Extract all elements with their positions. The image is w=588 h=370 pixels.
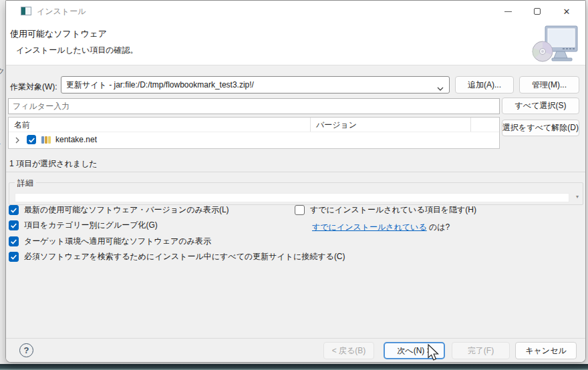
checkbox[interactable] xyxy=(9,205,19,215)
option-label[interactable]: 最新の使用可能なソフトウェア・バージョンのみ表示(L) xyxy=(24,204,229,216)
select-all-button[interactable]: すべて選択(S) xyxy=(502,98,579,114)
background-text-fragment: ク xyxy=(0,66,5,77)
details-label: 詳細 xyxy=(15,178,36,189)
add-button[interactable]: 追加(A)... xyxy=(455,76,514,94)
work-with-label: 作業対象(W): xyxy=(10,81,57,93)
cancel-button[interactable]: キャンセル xyxy=(515,342,577,359)
expand-chevron-icon[interactable] xyxy=(14,136,21,143)
close-icon: ✕ xyxy=(563,7,571,17)
install-dialog: インストール ✕ 使用可能なソフトウェア インストールしたい項目の確認。 xyxy=(5,0,586,363)
finish-button: 完了(F) xyxy=(452,342,510,359)
option-show-latest-versions[interactable]: 最新の使用可能なソフトウェア・バージョンのみ表示(L) xyxy=(9,204,229,216)
option-label[interactable]: ターゲット環境へ適用可能なソフトウェアのみ表示 xyxy=(24,236,211,247)
checkbox[interactable] xyxy=(9,220,19,230)
titlebar: インストール ✕ xyxy=(6,1,585,22)
deselect-all-button[interactable]: 選択をすべて解除(D) xyxy=(502,120,579,136)
row-checkbox[interactable] xyxy=(27,135,36,144)
link-suffix: のは? xyxy=(427,222,450,232)
page-subtitle: インストールしたい項目の確認。 xyxy=(16,45,138,56)
minimize-icon xyxy=(504,11,512,12)
wizard-header: 使用可能なソフトウェア インストールしたい項目の確認。 xyxy=(6,22,585,65)
category-icon xyxy=(41,136,51,144)
chevron-down-icon xyxy=(437,83,444,93)
option-group-by-category[interactable]: 項目をカテゴリー別にグループ化(G) xyxy=(9,220,158,231)
close-button[interactable]: ✕ xyxy=(552,1,581,22)
checkbox[interactable] xyxy=(295,205,305,215)
option-label[interactable]: 必須ソフトウェアを検索するためにインストール中にすべての更新サイトに接続する(C… xyxy=(24,251,345,262)
option-hide-installed[interactable]: すでにインストールされている項目を隠す(H) xyxy=(295,204,476,216)
table-header: 名前 バージョン xyxy=(9,118,499,132)
details-textarea[interactable] xyxy=(15,193,569,202)
page-title: 使用可能なソフトウェア xyxy=(10,28,107,40)
already-installed-link[interactable]: すでにインストールされている xyxy=(312,222,427,232)
scrollbar-arrow-icon[interactable]: ▾ xyxy=(576,194,579,200)
details-group: 詳細 ▾ xyxy=(9,182,583,205)
filter-input[interactable] xyxy=(8,98,500,114)
selection-status: 1 項目が選択されました xyxy=(9,158,98,170)
mouse-cursor xyxy=(428,344,440,363)
column-header-version[interactable]: バージョン xyxy=(311,118,471,132)
row-name: kentake.net xyxy=(55,135,97,144)
checkbox[interactable] xyxy=(9,252,19,262)
wizard-window-icon xyxy=(21,7,31,15)
separator xyxy=(6,172,585,172)
background-window-strip xyxy=(0,364,588,370)
option-label[interactable]: 項目をカテゴリー別にグループ化(G) xyxy=(24,220,158,231)
back-button: < 戻る(B) xyxy=(323,342,374,359)
option-filter-by-environment[interactable]: ターゲット環境へ適用可能なソフトウェアのみ表示 xyxy=(9,236,211,247)
help-button[interactable]: ? xyxy=(19,343,33,357)
update-site-combobox[interactable]: 更新サイト - jar:file:/D:/tmp/flowbookmark_te… xyxy=(61,76,450,94)
minimize-button[interactable] xyxy=(493,1,523,22)
install-banner-icon xyxy=(531,25,579,65)
footer-bar: ? < 戻る(B) 次へ(N) > 完了(F) キャンセル xyxy=(6,339,585,363)
checkbox[interactable] xyxy=(9,236,19,246)
maximize-button[interactable] xyxy=(523,1,552,22)
background-text-fragment: - xyxy=(0,139,1,148)
column-header-name[interactable]: 名前 xyxy=(9,118,311,132)
manage-button[interactable]: 管理(M)... xyxy=(519,76,579,94)
table-row[interactable]: kentake.net xyxy=(9,132,499,147)
option-label[interactable]: すでにインストールされている項目を隠す(H) xyxy=(310,204,476,216)
software-table: 名前 バージョン kentake.net xyxy=(8,117,500,149)
update-site-value: 更新サイト - jar:file:/D:/tmp/flowbookmark_te… xyxy=(66,79,254,91)
window-title: インストール xyxy=(37,6,86,17)
option-contact-all-sites[interactable]: 必須ソフトウェアを検索するためにインストール中にすべての更新サイトに接続する(C… xyxy=(9,251,345,262)
maximize-icon xyxy=(534,8,541,15)
